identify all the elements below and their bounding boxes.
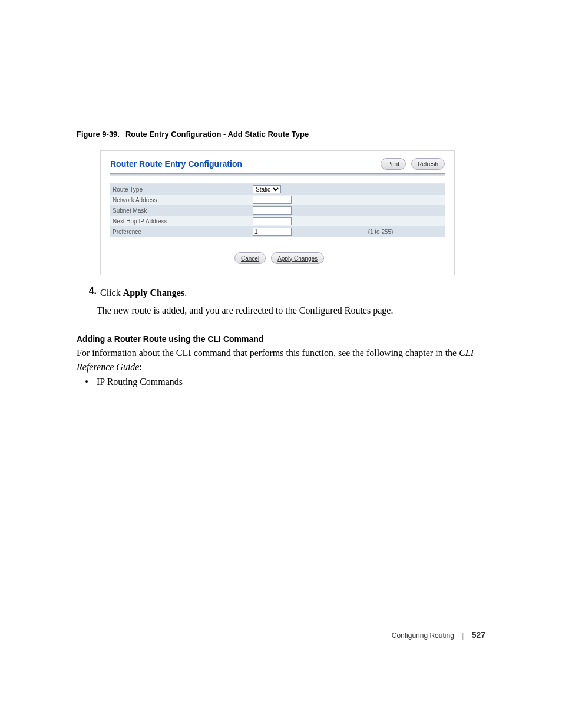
table-row: Route Type Static — [110, 184, 445, 195]
panel-action-buttons: Print Refresh — [377, 158, 445, 170]
subnet-mask-input[interactable] — [253, 206, 292, 215]
step-follow-text: The new route is added, and you are redi… — [97, 304, 485, 318]
figure-title: Route Entry Configuration - Add Static R… — [125, 130, 309, 139]
refresh-button[interactable]: Refresh — [411, 158, 445, 170]
table-row: Preference (1 to 255) — [110, 226, 445, 237]
preference-label: Preference — [110, 226, 250, 237]
next-hop-label: Next Hop IP Address — [110, 216, 250, 226]
footer-separator: | — [462, 631, 464, 640]
cancel-button[interactable]: Cancel — [234, 252, 266, 264]
subnet-mask-label: Subnet Mask — [110, 205, 250, 216]
preference-hint: (1 to 255) — [366, 226, 445, 237]
config-form-table: Route Type Static Network Address — [110, 184, 445, 237]
figure-caption: Figure 9-39.Route Entry Configuration - … — [77, 130, 485, 139]
bullet-item: • IP Routing Commands — [77, 377, 485, 387]
preference-input[interactable] — [253, 228, 292, 236]
apply-changes-button[interactable]: Apply Changes — [271, 252, 324, 264]
network-address-input[interactable] — [253, 196, 292, 204]
bullet-marker: • — [77, 377, 97, 387]
network-address-label: Network Address — [110, 195, 250, 205]
route-type-label: Route Type — [110, 184, 250, 195]
footer-section: Configuring Routing — [392, 631, 454, 640]
panel-title: Router Route Entry Configuration — [110, 159, 242, 169]
route-type-select[interactable]: Static — [253, 185, 281, 193]
step-number: 4. — [77, 286, 100, 300]
step-item: 4. Click Apply Changes. — [77, 286, 485, 300]
next-hop-input[interactable] — [253, 217, 292, 225]
cli-paragraph: For information about the CLI command th… — [77, 346, 485, 374]
bullet-text: IP Routing Commands — [97, 377, 183, 387]
router-config-panel: Router Route Entry Configuration Print R… — [100, 150, 455, 275]
cli-heading: Adding a Router Route using the CLI Comm… — [77, 334, 485, 344]
page-footer: Configuring Routing | 527 — [392, 630, 485, 640]
figure-label: Figure 9-39. — [77, 130, 120, 139]
divider — [110, 173, 445, 176]
table-row: Next Hop IP Address — [110, 216, 445, 226]
table-row: Network Address — [110, 195, 445, 205]
footer-page-number: 527 — [472, 630, 485, 640]
step-text: Click Apply Changes. — [100, 286, 187, 300]
table-row: Subnet Mask — [110, 205, 445, 216]
print-button[interactable]: Print — [381, 158, 406, 170]
